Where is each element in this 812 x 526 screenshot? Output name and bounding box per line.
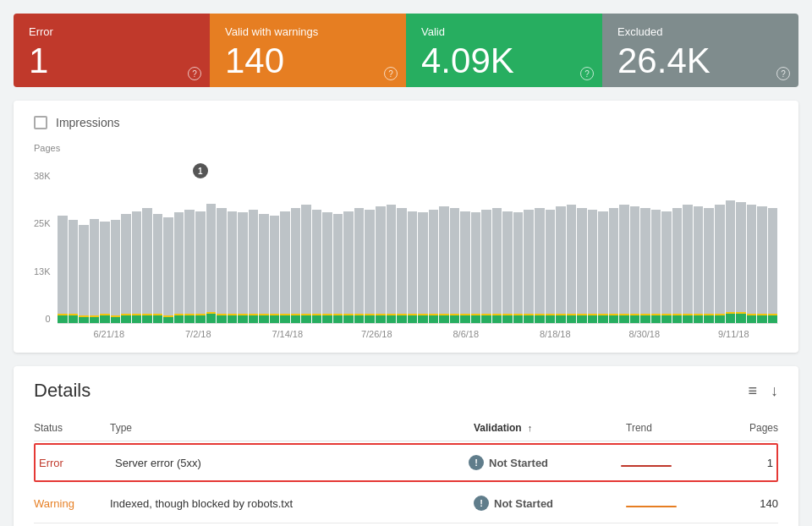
bar-group	[58, 172, 68, 323]
help-icon-warning[interactable]: ?	[384, 67, 398, 80]
help-icon-excluded[interactable]: ?	[776, 67, 790, 80]
status-card-excluded[interactable]: Excluded 26.4K ?	[602, 14, 798, 87]
bar-group	[206, 172, 217, 323]
x-tick: 6/21/18	[64, 329, 154, 339]
validation-badge: ! Not Started	[474, 496, 553, 511]
card-value-error: 1	[29, 43, 195, 79]
bar-group	[694, 172, 704, 323]
help-icon-error[interactable]: ?	[188, 67, 201, 80]
validation-text: Not Started	[489, 457, 548, 469]
bar-green	[206, 314, 217, 323]
row-type: Indexed, though blocked by robots.txt	[110, 497, 474, 510]
bar-grey	[492, 208, 502, 314]
bar-group	[365, 172, 375, 323]
bar-group: 1	[195, 172, 206, 323]
bar-grey	[228, 211, 238, 315]
bar-grey	[736, 202, 746, 313]
impressions-toggle[interactable]: Impressions	[34, 116, 778, 129]
bar-grey	[439, 206, 449, 314]
bar-grey	[694, 206, 704, 314]
bar-group	[153, 172, 163, 323]
x-tick: 8/6/18	[421, 329, 511, 339]
chart-area: Pages 38K25K13K0 1 6/21/187/2/187/14/187…	[34, 143, 778, 339]
row-type: Server error (5xx)	[115, 457, 469, 469]
bar-green	[238, 315, 248, 323]
bar-green	[418, 315, 428, 323]
bar-group	[270, 172, 280, 323]
bar-group	[630, 172, 640, 323]
bar-group	[429, 172, 439, 323]
table-row[interactable]: Warning Indexed, though blocked by robot…	[34, 484, 778, 523]
bar-grey	[69, 220, 79, 314]
bar-group	[90, 172, 100, 323]
help-icon-valid[interactable]: ?	[580, 67, 594, 80]
bar-grey	[715, 205, 725, 314]
bar-group	[672, 172, 683, 323]
bar-group	[683, 172, 693, 323]
bar-grey	[301, 205, 311, 314]
card-value-valid: 4.09K	[421, 43, 587, 79]
bar-group	[322, 172, 332, 323]
bar-grey	[142, 208, 152, 314]
bar-grey	[619, 205, 629, 314]
details-title: Details	[34, 380, 91, 402]
table-row[interactable]: Error Server error (5xx) ! Not Started 1	[34, 443, 778, 482]
bar-group	[598, 172, 608, 323]
trend-line	[626, 506, 677, 507]
table-header: Status Type Validation ↑ Trend Pages	[34, 415, 778, 441]
bar-green	[174, 315, 184, 323]
download-icon[interactable]: ↓	[771, 382, 778, 400]
bar-group	[651, 172, 661, 323]
bar-green	[715, 315, 725, 323]
bar-green	[747, 315, 757, 323]
bar-grey	[322, 212, 332, 314]
row-trend	[626, 497, 727, 510]
status-card-error[interactable]: Error 1 ?	[14, 14, 210, 87]
bar-group	[249, 172, 259, 323]
row-pages: 140	[727, 497, 778, 510]
bar-group	[333, 172, 343, 323]
bar-grey	[79, 225, 89, 315]
impressions-checkbox[interactable]	[34, 116, 47, 129]
bar-green	[291, 315, 301, 323]
validation-icon: !	[469, 455, 484, 470]
bar-group	[397, 172, 407, 323]
y-tick: 25K	[34, 219, 51, 228]
bar-group	[343, 172, 354, 323]
card-value-excluded: 26.4K	[617, 43, 783, 79]
bar-grey	[471, 212, 481, 314]
bar-group	[546, 172, 556, 323]
bar-grey	[588, 210, 598, 315]
bar-green	[90, 317, 100, 323]
col-header-validation[interactable]: Validation ↑	[474, 422, 626, 434]
bar-group	[450, 172, 460, 323]
bar-grey	[556, 206, 566, 314]
status-card-valid[interactable]: Valid 4.09K ?	[406, 14, 602, 87]
bar-grey	[567, 205, 577, 314]
x-tick: 7/14/18	[243, 329, 332, 339]
bar-green	[397, 315, 407, 323]
bar-group	[492, 172, 502, 323]
bar-green	[588, 315, 598, 323]
bar-grey	[90, 219, 100, 316]
bar-grey	[121, 214, 131, 314]
bar-green	[322, 315, 332, 323]
card-label-excluded: Excluded	[617, 25, 783, 38]
bar-green	[343, 315, 354, 323]
bar-green	[195, 315, 206, 323]
bar-green	[630, 315, 640, 323]
bar-grey	[683, 205, 693, 314]
x-tick: 7/2/18	[154, 329, 244, 339]
bar-green	[492, 315, 502, 323]
bar-grey	[291, 208, 301, 314]
y-tick: 38K	[34, 172, 51, 181]
y-axis-label: Pages	[34, 143, 778, 153]
bar-group	[439, 172, 449, 323]
x-tick: 9/11/18	[689, 329, 779, 339]
filter-icon[interactable]: ≡	[748, 382, 757, 400]
annotation-dot: 1	[193, 163, 208, 178]
bar-grey	[609, 208, 619, 314]
status-card-warning[interactable]: Valid with warnings 140 ?	[210, 14, 406, 87]
bar-grey	[206, 204, 217, 313]
bar-green	[354, 315, 365, 323]
